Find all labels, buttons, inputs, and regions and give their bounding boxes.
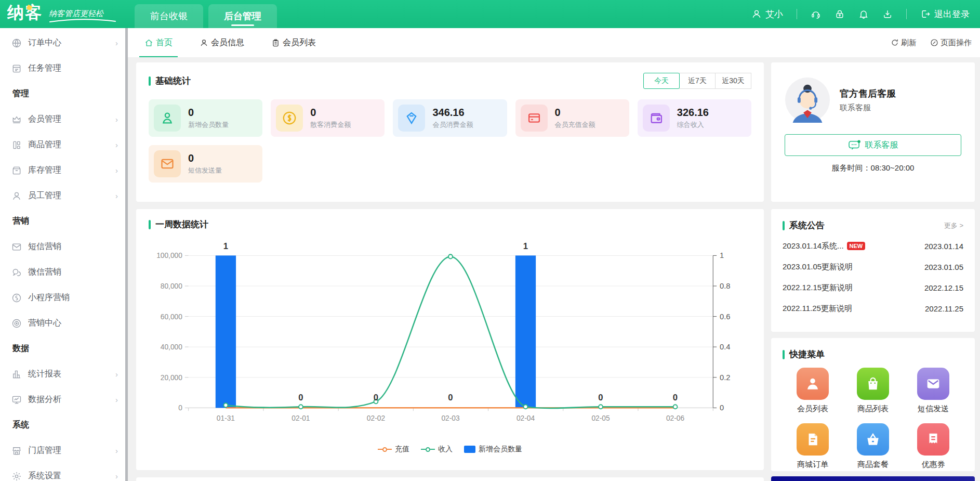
bell-icon[interactable] xyxy=(858,9,869,19)
sidebar-item-store-mgmt[interactable]: 门店管理› xyxy=(0,438,125,463)
period-7days-button[interactable]: 近7天 xyxy=(679,73,716,89)
sms-icon xyxy=(160,157,175,171)
sidebar-item-wechat-marketing[interactable]: 微信营销 xyxy=(0,259,125,285)
monitor-icon xyxy=(11,395,22,405)
sidebar-item-sms-marketing[interactable]: 短信营销 xyxy=(0,234,125,259)
basket-icon xyxy=(865,431,881,448)
gridlines xyxy=(189,255,713,377)
user-icon xyxy=(751,9,762,19)
lock-icon[interactable] xyxy=(835,9,845,19)
notice-item[interactable]: 2023.01.05更新说明 2023.01.05 xyxy=(783,256,963,277)
left-axis-labels: 100,000 80,000 60,000 40,000 20,000 0 xyxy=(156,251,182,412)
brand: 纳客 纳客管店更轻松 xyxy=(0,4,113,24)
svg-text:0: 0 xyxy=(598,393,603,402)
store-icon xyxy=(11,446,22,456)
svg-text:100,000: 100,000 xyxy=(156,251,182,259)
download-icon[interactable] xyxy=(882,9,893,19)
gauge-icon xyxy=(930,38,938,47)
system-notice-panel: 系统公告 更多 > 2023.01.14系统...NEW 2023.01.14 … xyxy=(771,209,975,332)
headset-icon[interactable] xyxy=(811,9,821,19)
customer-service-panel: 官方售后客服 联系客服 联系客服 服务时间：08:30~20:0 xyxy=(771,62,975,202)
notice-date: 2023.01.05 xyxy=(924,263,963,271)
weekly-stats-title: 一周数据统计 xyxy=(149,218,751,230)
weekly-chart[interactable]: 100,000 80,000 60,000 40,000 20,000 0 xyxy=(149,235,751,445)
quick-member-list[interactable]: 会员列表 xyxy=(797,368,829,414)
notice-date: 2023.01.14 xyxy=(924,242,963,251)
sidebar-item-task[interactable]: 任务管理 xyxy=(0,56,125,81)
sidebar-item-miniapp-marketing[interactable]: 小程序营销 xyxy=(0,285,125,310)
banner-strip xyxy=(771,476,975,481)
home-icon xyxy=(144,38,153,47)
quick-goods-list[interactable]: 商品列表 xyxy=(857,368,889,414)
sidebar-item-goods-mgmt[interactable]: 商品管理› xyxy=(0,132,125,158)
sidebar-item-system-settings[interactable]: 系统设置› xyxy=(0,463,125,481)
sidebar-item-order-center[interactable]: 订单中心› xyxy=(0,30,125,56)
quick-sms-send[interactable]: 短信发送 xyxy=(917,368,949,414)
legend-new-members[interactable]: 新增会员数量 xyxy=(464,445,522,454)
quick-menu-panel: 快捷菜单 会员列表 商品列表 短信发送 xyxy=(771,338,975,471)
notice-item[interactable]: 2022.11.25更新说明 2022.11.25 xyxy=(783,298,963,319)
svg-text:02-05: 02-05 xyxy=(591,413,610,422)
chevron-right-icon: › xyxy=(115,115,118,124)
period-today-button[interactable]: 今天 xyxy=(643,73,680,89)
diamond-icon xyxy=(404,111,419,125)
tab-member-info[interactable]: 会员信息 xyxy=(197,28,246,57)
partial-panel xyxy=(136,477,764,481)
bag-icon xyxy=(865,376,881,392)
svg-text:0: 0 xyxy=(720,403,724,412)
logout-icon xyxy=(920,9,931,19)
tab-front-cashier[interactable]: 前台收银 xyxy=(135,4,203,28)
bar-series-new-members[interactable] xyxy=(216,255,536,408)
svg-text:0: 0 xyxy=(178,404,182,412)
sidebar-item-data-analysis[interactable]: 数据分析› xyxy=(0,387,125,412)
svg-text:01-31: 01-31 xyxy=(217,413,235,422)
weekly-stats-panel: 一周数据统计 xyxy=(136,209,764,470)
crown-icon xyxy=(11,114,22,125)
page-operations-button[interactable]: 页面操作 xyxy=(930,38,972,48)
sidebar-item-stat-report[interactable]: 统计报表› xyxy=(0,361,125,387)
sidebar-item-marketing-center[interactable]: 营销中心 xyxy=(0,310,125,336)
tab-home[interactable]: 首页 xyxy=(142,28,175,57)
notice-more-link[interactable]: 更多 > xyxy=(944,221,963,230)
chevron-right-icon: › xyxy=(115,395,118,404)
svg-text:02-03: 02-03 xyxy=(441,413,459,422)
period-toggle: 今天 近7天 近30天 xyxy=(644,73,751,89)
quick-goods-combo[interactable]: 商品套餐 xyxy=(857,423,889,470)
chevron-right-icon: › xyxy=(115,446,118,455)
user-menu[interactable]: 艾小 xyxy=(751,8,783,20)
sidebar-item-staff-mgmt[interactable]: 员工管理› xyxy=(0,183,125,209)
svg-text:1: 1 xyxy=(720,251,724,259)
logout-button[interactable]: 退出登录 xyxy=(920,8,970,20)
refresh-button[interactable]: 刷新 xyxy=(891,38,917,48)
period-30days-button[interactable]: 近30天 xyxy=(715,73,751,89)
service-subtitle: 联系客服 xyxy=(840,103,896,113)
mail-icon xyxy=(11,242,22,252)
svg-text:02-02: 02-02 xyxy=(367,413,385,422)
notice-item[interactable]: 2022.12.15更新说明 2022.12.15 xyxy=(783,277,963,298)
svg-text:0.2: 0.2 xyxy=(720,373,730,382)
legend-income[interactable]: 收入 xyxy=(421,445,453,454)
line-series-income[interactable] xyxy=(226,256,675,408)
card-icon xyxy=(527,111,541,125)
svg-text:02-04: 02-04 xyxy=(517,413,535,422)
tab-backend-admin[interactable]: 后台管理 xyxy=(208,4,277,28)
legend-recharge[interactable]: 充值 xyxy=(378,445,409,454)
bar-01-31[interactable] xyxy=(216,255,236,408)
quick-coupons[interactable]: 优惠券 xyxy=(917,423,949,470)
order-icon xyxy=(805,432,820,447)
notice-item[interactable]: 2023.01.14系统...NEW 2023.01.14 xyxy=(783,236,963,256)
quick-mall-orders[interactable]: 商城订单 xyxy=(797,423,829,470)
svg-text:1: 1 xyxy=(523,241,528,251)
bar-02-04[interactable] xyxy=(515,255,536,408)
stat-card-sms-sent: 0短信发送量 xyxy=(149,145,262,183)
sidebar-item-inventory-mgmt[interactable]: 库存管理› xyxy=(0,158,125,183)
tagline-swoosh-icon xyxy=(49,18,116,23)
sidebar-item-member-mgmt[interactable]: 会员管理› xyxy=(0,107,125,132)
box-icon xyxy=(11,165,22,176)
logout-label: 退出登录 xyxy=(934,8,970,20)
chevron-right-icon: › xyxy=(115,140,118,149)
income-markers xyxy=(224,254,678,409)
contact-service-button[interactable]: 联系客服 xyxy=(785,134,961,156)
svg-text:0.8: 0.8 xyxy=(720,281,730,290)
tab-member-list[interactable]: 会员列表 xyxy=(269,28,318,57)
